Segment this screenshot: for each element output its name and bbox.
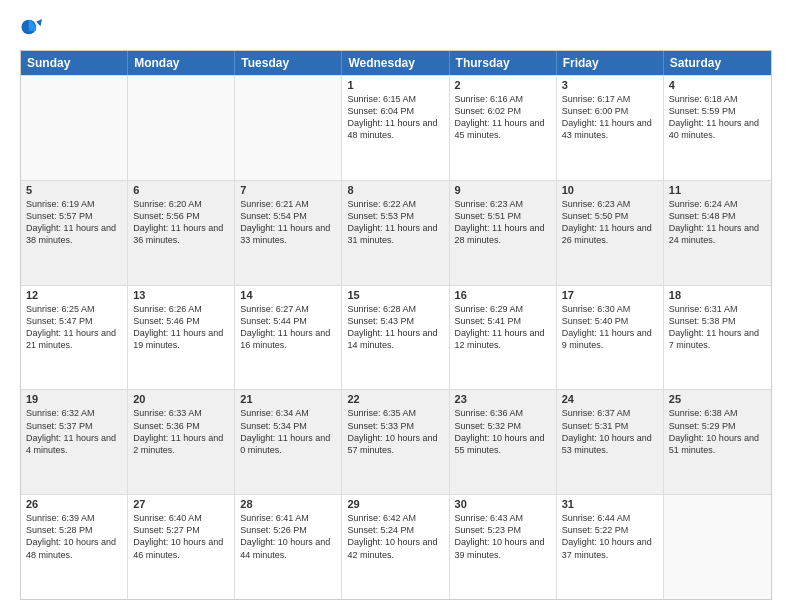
day-number: 18 [669, 289, 766, 301]
cell-info: Sunrise: 6:24 AM Sunset: 5:48 PM Dayligh… [669, 198, 766, 247]
header-day-sunday: Sunday [21, 51, 128, 75]
cell-info: Sunrise: 6:37 AM Sunset: 5:31 PM Dayligh… [562, 407, 658, 456]
header-day-wednesday: Wednesday [342, 51, 449, 75]
day-number: 12 [26, 289, 122, 301]
cal-cell: 23Sunrise: 6:36 AM Sunset: 5:32 PM Dayli… [450, 390, 557, 494]
cell-info: Sunrise: 6:35 AM Sunset: 5:33 PM Dayligh… [347, 407, 443, 456]
day-number: 11 [669, 184, 766, 196]
day-number: 9 [455, 184, 551, 196]
cal-cell: 11Sunrise: 6:24 AM Sunset: 5:48 PM Dayli… [664, 181, 771, 285]
logo [20, 16, 44, 40]
header [20, 16, 772, 40]
cal-cell: 12Sunrise: 6:25 AM Sunset: 5:47 PM Dayli… [21, 286, 128, 390]
cal-cell: 4Sunrise: 6:18 AM Sunset: 5:59 PM Daylig… [664, 76, 771, 180]
cell-info: Sunrise: 6:44 AM Sunset: 5:22 PM Dayligh… [562, 512, 658, 561]
cal-cell: 9Sunrise: 6:23 AM Sunset: 5:51 PM Daylig… [450, 181, 557, 285]
cal-cell: 28Sunrise: 6:41 AM Sunset: 5:26 PM Dayli… [235, 495, 342, 599]
cell-info: Sunrise: 6:34 AM Sunset: 5:34 PM Dayligh… [240, 407, 336, 456]
day-number: 15 [347, 289, 443, 301]
cal-cell: 1Sunrise: 6:15 AM Sunset: 6:04 PM Daylig… [342, 76, 449, 180]
cal-cell: 17Sunrise: 6:30 AM Sunset: 5:40 PM Dayli… [557, 286, 664, 390]
calendar-row-2: 5Sunrise: 6:19 AM Sunset: 5:57 PM Daylig… [21, 180, 771, 285]
cell-info: Sunrise: 6:41 AM Sunset: 5:26 PM Dayligh… [240, 512, 336, 561]
cal-cell: 22Sunrise: 6:35 AM Sunset: 5:33 PM Dayli… [342, 390, 449, 494]
day-number: 5 [26, 184, 122, 196]
cell-info: Sunrise: 6:20 AM Sunset: 5:56 PM Dayligh… [133, 198, 229, 247]
cell-info: Sunrise: 6:25 AM Sunset: 5:47 PM Dayligh… [26, 303, 122, 352]
cal-cell: 5Sunrise: 6:19 AM Sunset: 5:57 PM Daylig… [21, 181, 128, 285]
cell-info: Sunrise: 6:27 AM Sunset: 5:44 PM Dayligh… [240, 303, 336, 352]
day-number: 4 [669, 79, 766, 91]
cell-info: Sunrise: 6:15 AM Sunset: 6:04 PM Dayligh… [347, 93, 443, 142]
cell-info: Sunrise: 6:28 AM Sunset: 5:43 PM Dayligh… [347, 303, 443, 352]
cell-info: Sunrise: 6:16 AM Sunset: 6:02 PM Dayligh… [455, 93, 551, 142]
cell-info: Sunrise: 6:23 AM Sunset: 5:51 PM Dayligh… [455, 198, 551, 247]
day-number: 6 [133, 184, 229, 196]
day-number: 2 [455, 79, 551, 91]
cal-cell: 20Sunrise: 6:33 AM Sunset: 5:36 PM Dayli… [128, 390, 235, 494]
day-number: 19 [26, 393, 122, 405]
cell-info: Sunrise: 6:39 AM Sunset: 5:28 PM Dayligh… [26, 512, 122, 561]
cal-cell: 15Sunrise: 6:28 AM Sunset: 5:43 PM Dayli… [342, 286, 449, 390]
cell-info: Sunrise: 6:21 AM Sunset: 5:54 PM Dayligh… [240, 198, 336, 247]
day-number: 23 [455, 393, 551, 405]
day-number: 25 [669, 393, 766, 405]
cell-info: Sunrise: 6:32 AM Sunset: 5:37 PM Dayligh… [26, 407, 122, 456]
calendar: SundayMondayTuesdayWednesdayThursdayFrid… [20, 50, 772, 600]
calendar-row-3: 12Sunrise: 6:25 AM Sunset: 5:47 PM Dayli… [21, 285, 771, 390]
cal-cell: 3Sunrise: 6:17 AM Sunset: 6:00 PM Daylig… [557, 76, 664, 180]
cell-info: Sunrise: 6:26 AM Sunset: 5:46 PM Dayligh… [133, 303, 229, 352]
cal-cell: 16Sunrise: 6:29 AM Sunset: 5:41 PM Dayli… [450, 286, 557, 390]
cal-cell: 14Sunrise: 6:27 AM Sunset: 5:44 PM Dayli… [235, 286, 342, 390]
day-number: 21 [240, 393, 336, 405]
cell-info: Sunrise: 6:36 AM Sunset: 5:32 PM Dayligh… [455, 407, 551, 456]
cal-cell: 18Sunrise: 6:31 AM Sunset: 5:38 PM Dayli… [664, 286, 771, 390]
day-number: 28 [240, 498, 336, 510]
cell-info: Sunrise: 6:17 AM Sunset: 6:00 PM Dayligh… [562, 93, 658, 142]
cell-info: Sunrise: 6:43 AM Sunset: 5:23 PM Dayligh… [455, 512, 551, 561]
calendar-header: SundayMondayTuesdayWednesdayThursdayFrid… [21, 51, 771, 75]
day-number: 24 [562, 393, 658, 405]
header-day-thursday: Thursday [450, 51, 557, 75]
cal-cell: 10Sunrise: 6:23 AM Sunset: 5:50 PM Dayli… [557, 181, 664, 285]
cal-cell: 21Sunrise: 6:34 AM Sunset: 5:34 PM Dayli… [235, 390, 342, 494]
day-number: 30 [455, 498, 551, 510]
cal-cell: 24Sunrise: 6:37 AM Sunset: 5:31 PM Dayli… [557, 390, 664, 494]
day-number: 14 [240, 289, 336, 301]
cell-info: Sunrise: 6:30 AM Sunset: 5:40 PM Dayligh… [562, 303, 658, 352]
cell-info: Sunrise: 6:40 AM Sunset: 5:27 PM Dayligh… [133, 512, 229, 561]
cal-cell: 2Sunrise: 6:16 AM Sunset: 6:02 PM Daylig… [450, 76, 557, 180]
day-number: 27 [133, 498, 229, 510]
cal-cell [235, 76, 342, 180]
cal-cell: 26Sunrise: 6:39 AM Sunset: 5:28 PM Dayli… [21, 495, 128, 599]
day-number: 8 [347, 184, 443, 196]
header-day-saturday: Saturday [664, 51, 771, 75]
cal-cell [21, 76, 128, 180]
calendar-row-1: 1Sunrise: 6:15 AM Sunset: 6:04 PM Daylig… [21, 75, 771, 180]
cal-cell [128, 76, 235, 180]
cal-cell: 6Sunrise: 6:20 AM Sunset: 5:56 PM Daylig… [128, 181, 235, 285]
page: SundayMondayTuesdayWednesdayThursdayFrid… [0, 0, 792, 612]
calendar-row-5: 26Sunrise: 6:39 AM Sunset: 5:28 PM Dayli… [21, 494, 771, 599]
cell-info: Sunrise: 6:31 AM Sunset: 5:38 PM Dayligh… [669, 303, 766, 352]
day-number: 7 [240, 184, 336, 196]
day-number: 26 [26, 498, 122, 510]
cal-cell: 25Sunrise: 6:38 AM Sunset: 5:29 PM Dayli… [664, 390, 771, 494]
day-number: 10 [562, 184, 658, 196]
cell-info: Sunrise: 6:33 AM Sunset: 5:36 PM Dayligh… [133, 407, 229, 456]
day-number: 17 [562, 289, 658, 301]
cal-cell [664, 495, 771, 599]
cell-info: Sunrise: 6:29 AM Sunset: 5:41 PM Dayligh… [455, 303, 551, 352]
cell-info: Sunrise: 6:42 AM Sunset: 5:24 PM Dayligh… [347, 512, 443, 561]
day-number: 13 [133, 289, 229, 301]
cal-cell: 8Sunrise: 6:22 AM Sunset: 5:53 PM Daylig… [342, 181, 449, 285]
day-number: 31 [562, 498, 658, 510]
day-number: 1 [347, 79, 443, 91]
day-number: 22 [347, 393, 443, 405]
cal-cell: 31Sunrise: 6:44 AM Sunset: 5:22 PM Dayli… [557, 495, 664, 599]
cal-cell: 13Sunrise: 6:26 AM Sunset: 5:46 PM Dayli… [128, 286, 235, 390]
logo-icon [20, 16, 42, 38]
cal-cell: 19Sunrise: 6:32 AM Sunset: 5:37 PM Dayli… [21, 390, 128, 494]
cell-info: Sunrise: 6:22 AM Sunset: 5:53 PM Dayligh… [347, 198, 443, 247]
cal-cell: 7Sunrise: 6:21 AM Sunset: 5:54 PM Daylig… [235, 181, 342, 285]
